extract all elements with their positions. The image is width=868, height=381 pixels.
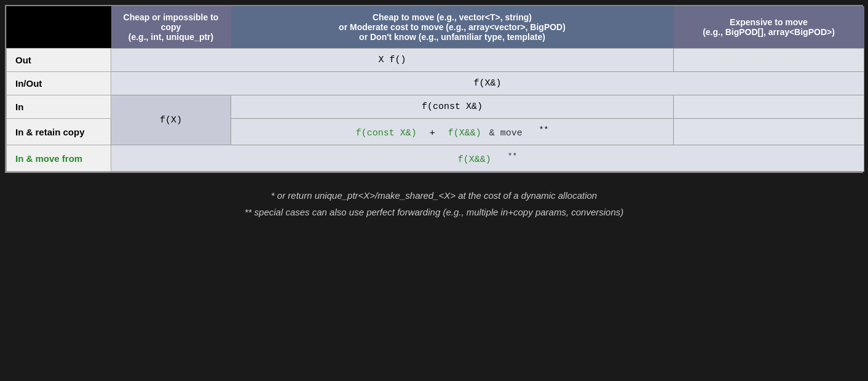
in-fx-value: f(X) — [111, 95, 231, 145]
in-move-row: In & move from f(X&&) ** — [7, 145, 864, 172]
in-move-stars: ** — [508, 151, 518, 161]
in-retain-stars: ** — [539, 125, 549, 134]
in-label: In — [7, 95, 111, 119]
in-retain-suffix: & move — [489, 128, 523, 138]
in-right-value: f(const X&) — [231, 95, 674, 119]
in-move-label: In & move from — [7, 145, 111, 172]
note1: * or return unique_ptr<X>/make_shared_<X… — [18, 190, 850, 201]
header-moderate-or1: or — [339, 22, 350, 32]
in-expensive — [674, 95, 864, 119]
in-retain-expensive — [674, 119, 864, 145]
in-retain-value: f(const X&) + f(X&&) & move ** — [231, 119, 674, 145]
out-label: Out — [7, 49, 111, 72]
header-empty — [7, 6, 111, 49]
header-moderate-example3: (e.g., unfamiliar type, template) — [419, 32, 545, 42]
header-row: Cheap or impossible to copy (e.g., int, … — [7, 6, 864, 49]
in-retain-plus: + — [430, 128, 441, 138]
table-wrapper: Cheap or impossible to copy (e.g., int, … — [5, 5, 863, 173]
inout-value: f(X&) — [111, 72, 864, 95]
out-row: Out X f() — [7, 49, 864, 72]
in-row: In f(X) f(const X&) — [7, 95, 864, 119]
header-moderate-example1: (e.g., vector<T>, string) — [436, 12, 532, 22]
header-cheap-example: (e.g., int, unique_ptr) — [128, 32, 213, 42]
out-value: X f() — [111, 49, 674, 72]
inout-label: In/Out — [7, 72, 111, 95]
out-expensive — [674, 49, 864, 72]
header-moderate-title1: Cheap to move — [373, 12, 434, 22]
main-table: Cheap or impossible to copy (e.g., int, … — [6, 6, 864, 172]
header-moderate-or2: or — [359, 32, 370, 42]
header-moderate-title3: Don't know — [370, 32, 416, 42]
table-container: Cheap or impossible to copy (e.g., int, … — [0, 0, 868, 173]
in-move-value: f(X&&) ** — [111, 145, 864, 172]
in-retain-label: In & retain copy — [7, 119, 111, 145]
header-cheap: Cheap or impossible to copy (e.g., int, … — [111, 6, 231, 49]
notes-section: * or return unique_ptr<X>/make_shared_<X… — [0, 173, 868, 235]
inout-row: In/Out f(X&) — [7, 72, 864, 95]
header-moderate: Cheap to move (e.g., vector<T>, string) … — [231, 6, 674, 49]
in-retain-green2: f(X&&) — [448, 128, 481, 138]
header-moderate-example2: (e.g., array<vector>, BigPOD) — [446, 22, 566, 32]
header-expensive: Expensive to move (e.g., BigPOD[], array… — [674, 6, 864, 49]
header-cheap-title: Cheap or impossible to copy — [124, 12, 219, 32]
header-expensive-example: (e.g., BigPOD[], array<BigPOD>) — [703, 27, 835, 37]
header-expensive-title: Expensive to move — [730, 17, 808, 27]
in-move-green: f(X&&) — [458, 154, 491, 165]
note2: ** special cases can also use perfect fo… — [18, 207, 850, 217]
in-retain-green1: f(const X&) — [356, 128, 417, 138]
page-wrapper: Cheap or impossible to copy (e.g., int, … — [0, 0, 868, 381]
header-moderate-title2: Moderate cost to move — [350, 22, 443, 32]
